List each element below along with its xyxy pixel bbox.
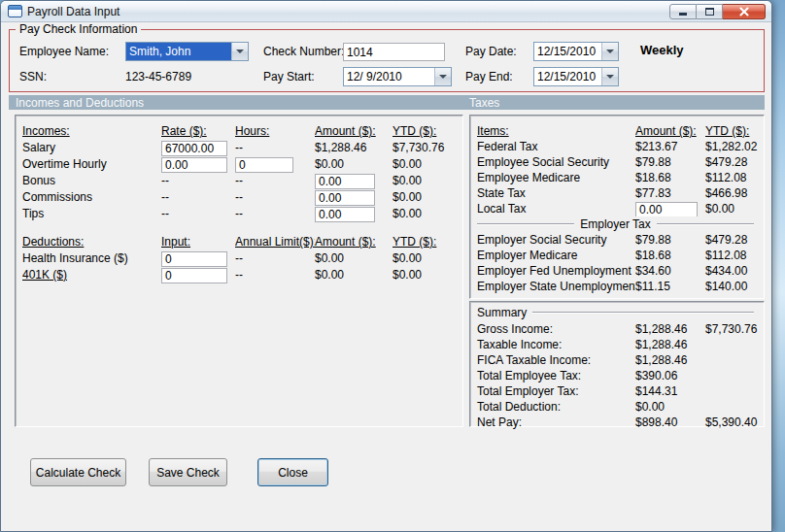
fica-taxable-income-ytd	[705, 352, 764, 368]
total-employer-tax-ytd	[705, 383, 764, 399]
total-employer-tax-amount: $144.31	[635, 383, 705, 399]
pay-end-picker[interactable]: 12/15/2010	[533, 67, 619, 86]
payroll-window: Payroll Data Input Pay Check Information…	[0, 0, 772, 532]
pay-start-value: 12/ 9/2010	[344, 68, 434, 85]
incomes-deductions-panel: Incomes: Rate ($): Hours: Amount ($): YT…	[15, 115, 463, 427]
net-pay-label: Net Pay:	[477, 415, 635, 430]
commissions-amount-input[interactable]	[315, 190, 375, 206]
salary-rate-input[interactable]	[161, 141, 227, 156]
client-area: Pay Check Information Employee Name: Smi…	[2, 23, 770, 531]
local-tax-input[interactable]	[635, 202, 698, 216]
employee-name-dropdown-button[interactable]	[231, 43, 248, 60]
federal-tax-label: Federal Tax	[477, 139, 635, 154]
overtime-rate-input[interactable]	[161, 157, 227, 173]
summary-header: Summary	[477, 304, 754, 321]
total-employee-tax-label: Total Employee Tax:	[477, 368, 635, 383]
commissions-label: Commissions	[22, 189, 161, 206]
dropdown-arrow-icon	[236, 50, 244, 53]
employer-medicare-ytd: $112.08	[705, 248, 764, 263]
overtime-label: Overtime Hourly	[22, 156, 161, 173]
col-tax-amount: Amount ($):	[635, 123, 705, 139]
local-tax-ytd: $0.00	[705, 201, 764, 216]
net-pay-amount: $898.40	[635, 415, 705, 430]
employer-medicare-label: Employer Medicare	[477, 248, 635, 263]
pay-end-value: 12/15/2010	[534, 68, 601, 85]
divider-line	[532, 312, 754, 314]
tips-label: Tips	[22, 206, 161, 222]
window-controls	[669, 4, 766, 19]
pay-date-picker[interactable]: 12/15/2010	[533, 42, 619, 61]
check-number-input[interactable]	[343, 43, 445, 61]
col-ded-ytd: YTD ($):	[392, 234, 462, 250]
pay-end-dropdown-button[interactable]	[601, 68, 618, 85]
health-insurance-label: Health Insurance ($)	[22, 250, 161, 267]
gross-income-label: Gross Income:	[477, 321, 635, 337]
employer-medicare-amount: $18.68	[635, 248, 705, 263]
health-insurance-ytd: $0.00	[392, 250, 462, 267]
tips-ytd: $0.00	[392, 206, 462, 222]
tips-amount-input[interactable]	[315, 207, 375, 222]
state-tax-amount: $77.83	[635, 185, 705, 201]
total-deduction-amount: $0.00	[635, 399, 705, 415]
pay-frequency-label: Weekly	[640, 43, 684, 57]
col-deductions: Deductions:	[22, 234, 161, 250]
divider-line	[657, 223, 754, 225]
col-ded-amount: Amount ($):	[315, 234, 392, 250]
401k-ytd: $0.00	[392, 267, 462, 283]
health-insurance-input[interactable]	[161, 251, 227, 267]
employee-medicare-ytd: $112.08	[705, 170, 764, 185]
col-annual-limit: Annual Limit($):	[235, 234, 315, 250]
close-form-button[interactable]: Close	[257, 458, 328, 486]
col-rate: Rate ($):	[161, 123, 235, 140]
pay-date-dropdown-button[interactable]	[601, 43, 618, 60]
pay-start-picker[interactable]: 12/ 9/2010	[343, 67, 452, 86]
taxes-table: Items: Amount ($): YTD ($): Federal Tax …	[477, 123, 764, 294]
401k-input[interactable]	[161, 268, 227, 283]
employer-fed-unemployment-ytd: $434.00	[705, 263, 764, 279]
gross-income-amount: $1,288.46	[635, 321, 705, 337]
col-items: Items:	[477, 123, 635, 139]
dropdown-arrow-icon	[606, 50, 614, 53]
total-employer-tax-label: Total Employer Tax:	[477, 383, 635, 399]
window-title: Payroll Data Input	[27, 5, 119, 18]
col-ytd: YTD ($):	[392, 123, 462, 140]
maximize-button[interactable]	[697, 4, 723, 19]
paycheck-info-title: Pay Check Information	[16, 22, 141, 36]
federal-tax-ytd: $1,282.02	[705, 139, 764, 154]
calculate-check-button[interactable]: Calculate Check	[30, 458, 126, 486]
federal-tax-amount: $213.67	[635, 139, 705, 154]
save-check-button[interactable]: Save Check	[149, 458, 227, 486]
col-tax-ytd: YTD ($):	[705, 123, 764, 139]
employer-state-unemployment-label: Employer State Unemployment	[477, 279, 635, 294]
401k-link[interactable]: 401K ($)	[22, 267, 161, 283]
employer-tax-divider: Employer Tax	[477, 216, 754, 232]
health-insurance-amount: $0.00	[315, 250, 392, 267]
deductions-table: Deductions: Input: Annual Limit($): Amou…	[22, 234, 462, 283]
employee-name-combobox[interactable]: Smith, John	[125, 42, 249, 61]
bonus-amount-input[interactable]	[315, 174, 375, 189]
title-bar[interactable]: Payroll Data Input	[1, 1, 771, 22]
commissions-hours: --	[235, 189, 315, 206]
total-employee-tax-ytd	[705, 368, 764, 383]
local-tax-label: Local Tax	[477, 201, 635, 216]
overtime-hours-input[interactable]	[235, 157, 293, 173]
close-button[interactable]	[723, 4, 766, 19]
employee-medicare-amount: $18.68	[635, 170, 705, 185]
total-deduction-ytd	[705, 399, 764, 415]
pay-start-dropdown-button[interactable]	[434, 68, 451, 85]
gross-income-ytd: $7,730.76	[705, 321, 764, 337]
fica-taxable-income-label: FICA Taxable Income:	[477, 352, 635, 368]
taxable-income-ytd	[705, 337, 764, 352]
employer-fed-unemployment-label: Employer Fed Unemployment	[477, 263, 635, 279]
employer-tax-title: Employer Tax	[574, 216, 656, 232]
incomes-table: Incomes: Rate ($): Hours: Amount ($): YT…	[22, 123, 462, 222]
incomes-section-title: Incomes and Deductions	[16, 96, 144, 110]
salary-label: Salary	[22, 140, 161, 156]
bonus-rate: --	[161, 173, 235, 189]
bonus-ytd: $0.00	[392, 173, 462, 189]
employer-ss-label: Employer Social Security	[477, 232, 635, 248]
employee-name-label: Employee Name:	[19, 45, 109, 58]
salary-hours: --	[235, 140, 315, 156]
minimize-button[interactable]	[669, 4, 697, 19]
ssn-value: 123-45-6789	[125, 70, 191, 83]
